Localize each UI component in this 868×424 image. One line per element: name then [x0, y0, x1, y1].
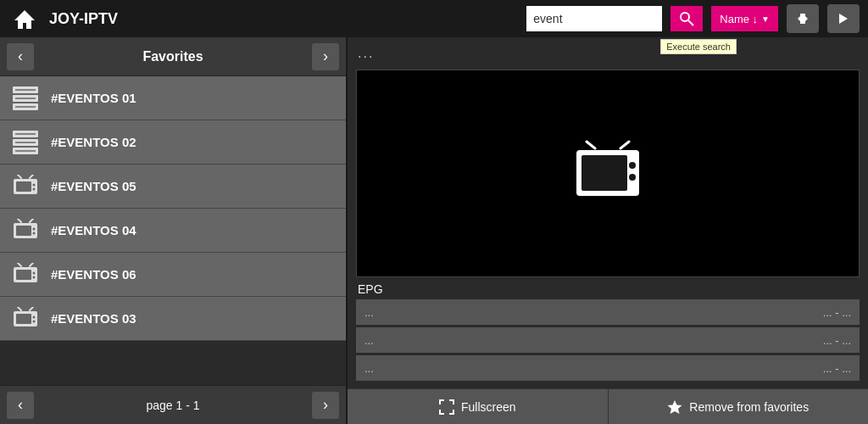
favorites-next-button[interactable]: › — [312, 43, 339, 70]
page-prev-button[interactable]: ‹ — [7, 392, 34, 419]
remove-favorites-button[interactable]: Remove from favorites — [609, 389, 869, 424]
fullscreen-icon — [439, 399, 454, 415]
svg-point-46 — [629, 162, 636, 169]
svg-line-42 — [587, 142, 595, 148]
channel-icon — [10, 171, 41, 202]
epg-row-left: ... — [364, 362, 374, 375]
header: JOY-IPTV Name ↓ ▼ Execute search — [0, 0, 868, 37]
channel-item[interactable]: #EVENTOS 04 — [0, 209, 346, 253]
channel-item[interactable]: #EVENTOS 03 — [0, 297, 346, 341]
channel-icon — [10, 215, 41, 246]
channel-icon — [10, 83, 41, 114]
channel-icon — [10, 304, 41, 334]
channel-item[interactable]: #EVENTOS 01 — [0, 76, 346, 120]
svg-rect-45 — [581, 155, 627, 191]
home-button[interactable] — [8, 3, 41, 35]
nav-back-button[interactable] — [827, 4, 860, 33]
epg-row: ...... - ... — [356, 299, 860, 325]
svg-point-47 — [629, 174, 636, 181]
epg-row-right: ... - ... — [823, 334, 851, 347]
right-top-bar: ... — [348, 37, 868, 70]
svg-point-28 — [33, 227, 36, 230]
arrows-icon — [795, 11, 810, 26]
svg-line-2 — [688, 20, 693, 25]
svg-line-31 — [30, 263, 33, 266]
epg-row-left: ... — [364, 334, 374, 347]
app-title: JOY-IPTV — [49, 10, 518, 28]
svg-line-30 — [18, 263, 21, 266]
epg-label: EPG — [348, 277, 868, 299]
svg-line-19 — [30, 175, 33, 178]
svg-rect-33 — [16, 270, 31, 280]
svg-point-41 — [33, 320, 36, 322]
channel-name: #EVENTOS 06 — [51, 267, 136, 282]
svg-marker-48 — [668, 400, 682, 414]
sort-label: Name ↓ — [720, 13, 758, 25]
favorites-title: Favorites — [142, 49, 203, 64]
channel-name: #EVENTOS 04 — [51, 223, 136, 237]
svg-marker-0 — [14, 10, 35, 29]
svg-point-40 — [33, 315, 36, 318]
channel-name: #EVENTOS 05 — [51, 179, 136, 193]
back-icon — [836, 11, 851, 26]
favorites-prev-button[interactable]: ‹ — [7, 43, 34, 70]
page-info: page 1 - 1 — [146, 399, 199, 412]
epg-row: ...... - ... — [356, 355, 860, 381]
sort-button[interactable]: Name ↓ ▼ — [711, 6, 778, 31]
svg-point-29 — [33, 232, 36, 234]
search-input[interactable] — [526, 6, 662, 31]
fullscreen-button[interactable]: Fullscreen — [348, 389, 609, 424]
bottom-buttons: Fullscreen Remove from favorites — [348, 388, 868, 424]
chevron-down-icon: ▼ — [761, 14, 770, 24]
channel-item[interactable]: #EVENTOS 05 — [0, 165, 346, 209]
execute-search-tooltip: Execute search — [660, 39, 737, 54]
epg-row-right: ... - ... — [823, 306, 851, 319]
svg-rect-21 — [16, 181, 31, 192]
pagination: ‹ page 1 - 1 › — [0, 385, 346, 424]
channel-name: #EVENTOS 02 — [51, 135, 136, 149]
video-player[interactable] — [356, 70, 860, 277]
search-icon — [679, 11, 694, 26]
star-icon — [667, 399, 682, 415]
svg-point-23 — [33, 187, 36, 190]
svg-line-36 — [18, 307, 21, 310]
svg-line-24 — [18, 219, 21, 222]
svg-line-43 — [620, 142, 629, 148]
nav-up-button[interactable] — [787, 4, 819, 33]
home-icon — [13, 7, 36, 31]
svg-point-1 — [681, 13, 689, 21]
svg-point-22 — [33, 183, 36, 186]
channel-name: #EVENTOS 03 — [51, 311, 136, 326]
channel-item[interactable]: #EVENTOS 02 — [0, 120, 346, 165]
more-options-button[interactable]: ... — [358, 46, 374, 61]
svg-point-34 — [33, 271, 36, 274]
channel-item[interactable]: #EVENTOS 06 — [0, 253, 346, 297]
favorites-nav: ‹ Favorites › — [0, 37, 346, 76]
main-content: ‹ Favorites › #EVENTOS 01 #EVENTOS 02 — [0, 37, 868, 424]
svg-rect-39 — [16, 314, 31, 324]
channel-list: #EVENTOS 01 #EVENTOS 02 #EVENTOS 05 — [0, 76, 346, 385]
page-next-button[interactable]: › — [312, 392, 339, 419]
channel-icon — [10, 127, 41, 158]
svg-marker-5 — [839, 14, 848, 24]
search-button[interactable] — [670, 6, 703, 31]
svg-rect-27 — [16, 226, 31, 236]
right-panel: ... EPG — [348, 37, 868, 424]
channel-name: #EVENTOS 01 — [51, 91, 136, 105]
svg-point-35 — [33, 276, 36, 278]
epg-rows: ...... - ......... - ......... - ... — [348, 299, 868, 388]
tv-placeholder-icon — [570, 140, 646, 208]
svg-marker-4 — [798, 14, 808, 24]
remove-favorites-label: Remove from favorites — [689, 400, 809, 414]
epg-row-left: ... — [364, 306, 374, 319]
svg-line-18 — [18, 175, 21, 178]
channel-icon — [10, 259, 41, 290]
svg-line-37 — [30, 307, 33, 310]
epg-row-right: ... - ... — [823, 362, 851, 375]
svg-line-25 — [30, 219, 33, 222]
epg-row: ...... - ... — [356, 327, 860, 353]
left-panel: ‹ Favorites › #EVENTOS 01 #EVENTOS 02 — [0, 37, 348, 424]
fullscreen-label: Fullscreen — [461, 400, 516, 414]
